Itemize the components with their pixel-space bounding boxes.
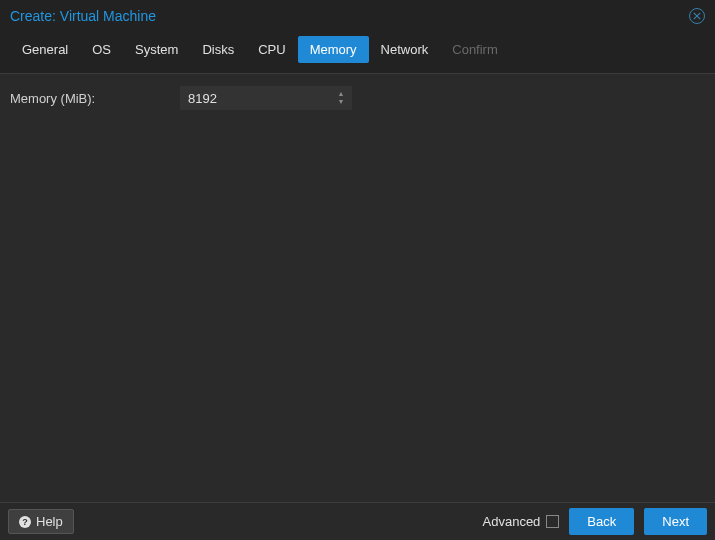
- back-button[interactable]: Back: [569, 508, 634, 535]
- tab-cpu[interactable]: CPU: [246, 36, 297, 63]
- memory-input[interactable]: [180, 86, 352, 110]
- help-button[interactable]: ? Help: [8, 509, 74, 534]
- dialog-footer: ? Help Advanced Back Next: [0, 502, 715, 540]
- form-body: Memory (MiB): ▲ ▼: [0, 74, 715, 496]
- tab-os[interactable]: OS: [80, 36, 123, 63]
- tab-memory[interactable]: Memory: [298, 36, 369, 63]
- next-button[interactable]: Next: [644, 508, 707, 535]
- tab-system[interactable]: System: [123, 36, 190, 63]
- tab-network[interactable]: Network: [369, 36, 441, 63]
- memory-label: Memory (MiB):: [10, 91, 160, 106]
- wizard-tabs: General OS System Disks CPU Memory Netwo…: [0, 30, 715, 74]
- tab-disks[interactable]: Disks: [190, 36, 246, 63]
- help-label: Help: [36, 514, 63, 529]
- advanced-label: Advanced: [483, 514, 541, 529]
- spinner-down-icon[interactable]: ▼: [334, 98, 348, 106]
- spinner-triggers: ▲ ▼: [334, 86, 348, 110]
- spinner-up-icon[interactable]: ▲: [334, 90, 348, 98]
- memory-field-row: Memory (MiB): ▲ ▼: [10, 86, 705, 110]
- advanced-toggle: Advanced: [483, 514, 560, 529]
- tab-confirm: Confirm: [440, 36, 510, 63]
- help-icon: ?: [19, 516, 31, 528]
- dialog-title: Create: Virtual Machine: [10, 8, 156, 24]
- dialog-titlebar: Create: Virtual Machine: [0, 0, 715, 30]
- tab-general[interactable]: General: [10, 36, 80, 63]
- advanced-checkbox[interactable]: [546, 515, 559, 528]
- close-icon[interactable]: [689, 8, 705, 24]
- memory-spinner: ▲ ▼: [180, 86, 352, 110]
